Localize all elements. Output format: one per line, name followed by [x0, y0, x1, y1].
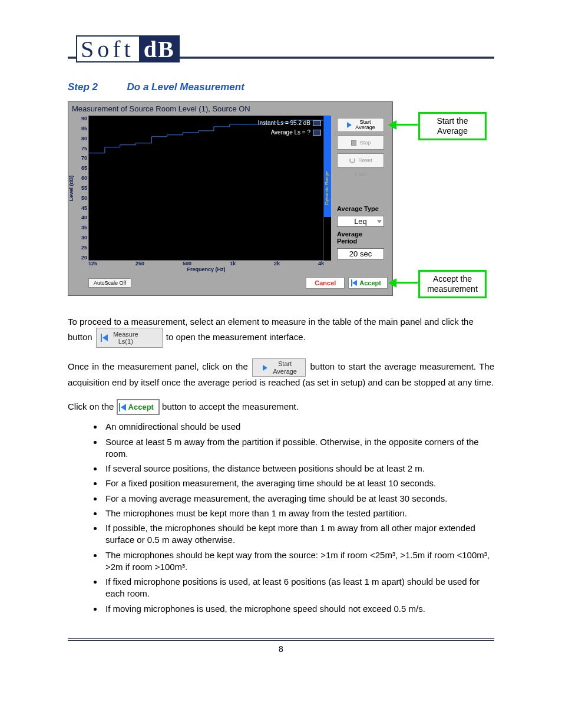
list-item: For a fixed position measurement, the av…: [103, 477, 494, 489]
p3-text-b: button to accept the measurement.: [162, 401, 299, 411]
elapsed-time: 0 sec: [337, 171, 384, 177]
screenshot-figure: Measurement of Source Room Level (1), So…: [68, 101, 492, 302]
ytick: 35: [75, 225, 87, 230]
ytick: 55: [75, 185, 87, 191]
reset-button[interactable]: Reset: [337, 153, 384, 167]
dynamic-range-label: Dynamic Range: [324, 172, 329, 205]
list-item: If moving microphones is used, the micro…: [103, 603, 494, 615]
accept-back-icon: [121, 404, 126, 411]
chevron-down-icon: [377, 220, 382, 223]
ytick: 25: [75, 245, 87, 251]
list-item: For a moving average measurement, the av…: [103, 493, 494, 505]
paragraph-3: Click on the Accept button to accept the…: [68, 399, 494, 416]
start-average-button[interactable]: Start Average: [337, 118, 384, 132]
autoscale-button[interactable]: AutoScale Off: [88, 278, 131, 288]
average-period-label: Average Period: [337, 230, 384, 245]
list-item: Source at least 5 m away from the partit…: [103, 436, 494, 460]
p1-text-b: to open the measurement interface.: [166, 332, 306, 342]
step-number: Step 2: [68, 81, 98, 93]
list-item: If several source positions, the distanc…: [103, 463, 494, 475]
callout-start: Start the Average: [418, 112, 487, 140]
average-type-value: Leq: [354, 217, 367, 226]
accept-label: Accept: [359, 279, 381, 286]
paragraph-1: To proceed to a measurement, select an e…: [68, 316, 494, 348]
header-logo-row: Soft dB: [68, 35, 494, 62]
reset-icon: [349, 157, 356, 164]
play-icon: [261, 364, 269, 372]
p3-text-a: Click on the: [68, 401, 117, 411]
callout-start-arrow: [395, 124, 418, 126]
xtick: 4k: [318, 261, 324, 266]
screenshot-window: Measurement of Source Room Level (1), So…: [68, 101, 393, 296]
accept-back-icon: [352, 280, 357, 286]
ytick: 75: [75, 146, 87, 151]
x-axis-label: Frequency (Hz): [88, 266, 324, 272]
stop-label: Stop: [360, 140, 371, 146]
callout-accept-arrow: [395, 282, 418, 284]
trace-line: [89, 116, 323, 261]
brand-db: dB: [139, 37, 180, 61]
start-label2: Average: [273, 368, 297, 375]
reset-label: Reset: [358, 158, 372, 163]
screenshot-title: Measurement of Source Room Level (1), So…: [68, 102, 392, 116]
xtick: 125: [88, 261, 97, 266]
ytick: 60: [75, 175, 87, 181]
list-item: If possible, the microphones should be k…: [103, 522, 494, 546]
page-number: 8: [68, 644, 494, 654]
measure-back-icon: [101, 334, 110, 342]
measure-label1: Measure: [113, 331, 138, 338]
ytick: 20: [75, 255, 87, 261]
ytick: 65: [75, 165, 87, 171]
plot-area: Instant Ls = 95.2 dB Average Ls = ?: [88, 116, 324, 261]
p2-text-a: Once in the measurement panel, click on …: [68, 362, 251, 372]
xtick: 1k: [230, 261, 236, 266]
average-period-field[interactable]: 20 sec: [337, 248, 384, 259]
play-icon: [346, 121, 353, 129]
ytick: 50: [75, 195, 87, 201]
stop-icon: [351, 139, 358, 146]
xtick: 250: [135, 261, 144, 266]
start-average-label2: Average: [355, 125, 375, 130]
measure-label2: Ls(1): [113, 338, 138, 345]
ytick: 70: [75, 155, 87, 161]
measure-button-inline[interactable]: Measure Ls(1): [96, 328, 163, 348]
list-item: The microphones must be kept more than 1…: [103, 508, 494, 519]
side-panel: Start Average Stop Reset 0 sec Averag: [331, 116, 388, 261]
y-axis-ticks: 90 85 80 75 70 65 60 55 50 45 40 35 30 2…: [75, 116, 88, 261]
xtick: 2k: [274, 261, 280, 266]
cancel-button[interactable]: Cancel: [306, 277, 345, 289]
list-item: An omnidirectional should be used: [103, 421, 494, 433]
guidelines-list: An omnidirectional should be used Source…: [68, 421, 494, 615]
callout-accept: Accept the measurement: [418, 270, 487, 298]
list-item: If fixed microphone positions is used, a…: [103, 576, 494, 600]
step-heading: Step 2 Do a Level Measurement: [68, 81, 494, 93]
accept-button-inline[interactable]: Accept: [117, 399, 160, 416]
average-type-select[interactable]: Leq: [337, 216, 384, 227]
average-period-value: 20 sec: [349, 249, 372, 258]
start-label1: Start: [273, 360, 297, 367]
brand-logo: Soft dB: [76, 35, 180, 62]
header-rule-right: [180, 57, 494, 59]
ytick: 80: [75, 136, 87, 141]
start-average-button-inline[interactable]: Start Average: [252, 358, 306, 376]
ytick: 90: [75, 116, 87, 121]
average-type-label: Average Type: [337, 205, 384, 212]
ytick: 30: [75, 235, 87, 241]
paragraph-2: Once in the measurement panel, click on …: [68, 358, 494, 388]
dynamic-range-bar: Dynamic Range: [324, 116, 331, 261]
list-item: The microphones should be kept way from …: [103, 549, 494, 574]
y-axis-label: Level (dB): [68, 116, 75, 261]
ytick: 45: [75, 205, 87, 211]
x-axis-ticks: 125 250 500 1k 2k 4k: [88, 261, 324, 266]
brand-soft: Soft: [77, 37, 139, 61]
xtick: 500: [183, 261, 191, 266]
ytick: 85: [75, 126, 87, 131]
header-rule-left: [68, 57, 76, 59]
stop-button[interactable]: Stop: [337, 136, 384, 150]
step-title: Do a Level Measurement: [127, 81, 244, 93]
ytick: 40: [75, 215, 87, 220]
accept-inline-label: Accept: [128, 402, 154, 413]
footer-rule: [68, 638, 494, 641]
accept-button[interactable]: Accept: [348, 277, 388, 289]
